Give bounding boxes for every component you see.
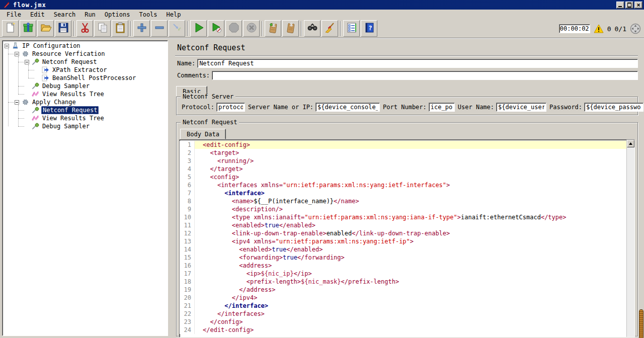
tree-item-beanshell-postprocessor[interactable]: BeanShell PostProcessor (3, 74, 168, 82)
paste-icon (114, 22, 126, 35)
toolbar-toggle-button[interactable] (169, 20, 185, 37)
sampler-icon (32, 82, 39, 90)
toolbar-function-helper-button[interactable] (343, 20, 360, 37)
toolbar-save-button[interactable] (55, 20, 71, 37)
collapse-toggle-icon[interactable] (5, 44, 9, 48)
tree-item-ip-configuration[interactable]: IP Configuration (3, 42, 168, 50)
tree-item-apply-change[interactable]: Apply Change (3, 98, 168, 106)
toolbar-search-button[interactable] (304, 20, 320, 37)
warning-icon[interactable] (594, 24, 604, 33)
cut-icon (79, 22, 91, 35)
line-number: 8 (180, 197, 195, 205)
tree-item-xpath-extractor[interactable]: XPath Extractor (3, 66, 168, 74)
toolbar-copy-button[interactable] (94, 20, 111, 37)
code-line: 1<edit-config> (180, 141, 626, 149)
port-number-input[interactable] (429, 103, 455, 112)
menu-tools[interactable]: Tools (134, 11, 162, 19)
open-template-icon (22, 22, 34, 35)
toolbar-start-button[interactable] (190, 20, 207, 37)
code-line: 8 <name>${__P(interface_name)}</name> (180, 197, 626, 205)
editor-scrollbar[interactable] (626, 140, 634, 337)
menu-options[interactable]: Options (100, 11, 135, 19)
status-cluster: 00:00:02 0 0/1 (559, 19, 641, 38)
toolbar-add-button[interactable] (133, 20, 150, 37)
tree-item-label: Debug Sampler (41, 123, 91, 130)
toolbar-clear-button[interactable] (265, 20, 281, 37)
code-line: 23 </config> (180, 318, 626, 326)
protocol-input[interactable] (216, 103, 245, 112)
line-number: 14 (180, 245, 195, 254)
scroll-up-button[interactable] (627, 140, 634, 147)
server-name-or-ip-input[interactable] (315, 103, 380, 112)
tree-item-debug-sampler[interactable]: Debug Sampler (3, 82, 168, 90)
toolbar-separator (187, 21, 188, 36)
toolbar-start-no-timers-button[interactable] (208, 20, 224, 37)
code-line: 20 </ipv4> (180, 294, 626, 302)
splitpane-divider[interactable] (168, 38, 175, 338)
password-input[interactable] (584, 103, 643, 112)
collapse-toggle-icon[interactable] (15, 52, 19, 56)
close-button[interactable]: × (634, 2, 642, 9)
tab-body-data[interactable]: Body Data (180, 129, 226, 139)
line-number: 20 (180, 294, 195, 302)
name-input[interactable] (197, 59, 638, 68)
toolbar-buttons: ? (2, 20, 378, 37)
line-number: 9 (180, 205, 195, 213)
toolbar-new-file-button[interactable] (2, 20, 19, 37)
test-plan-tree-panel: IP ConfigurationResource VerficationNetc… (2, 40, 168, 336)
chart-icon (32, 115, 39, 122)
toolbar-stop-button[interactable] (225, 20, 242, 37)
netconf-server-group-title: Netconf Server (181, 93, 235, 100)
menu-file[interactable]: File (2, 11, 26, 19)
arrow-icon (42, 66, 49, 73)
toolbar-remove-button[interactable] (151, 20, 168, 37)
code-line: 10 <type xmlns:ianaift="urn:ietf:params:… (180, 213, 626, 221)
line-number: 12 (180, 229, 195, 237)
toolbar-search-reset-button[interactable] (321, 20, 338, 37)
line-number: 5 (180, 173, 195, 181)
menu-help[interactable]: Help (162, 11, 186, 19)
toolbar-paste-button[interactable] (112, 20, 128, 37)
comments-input[interactable] (212, 71, 638, 80)
toolbar-open-template-button[interactable] (20, 20, 36, 37)
tree-item-view-results-tree[interactable]: View Results Tree (3, 114, 168, 122)
line-number: 2 (180, 149, 195, 157)
menu-run[interactable]: Run (80, 11, 100, 19)
tree-item-view-results-tree[interactable]: View Results Tree (3, 90, 168, 98)
tree-item-label: Resource Verfication (31, 50, 106, 57)
toolbar-cut-button[interactable] (76, 20, 93, 37)
tree-item-debug-sampler[interactable]: Debug Sampler (3, 122, 168, 130)
tree-item-netconf-request[interactable]: Netconf Request (3, 106, 168, 114)
toolbar: ? 00:00:02 0 0/1 (0, 19, 644, 38)
collapse-toggle-icon[interactable] (25, 60, 29, 64)
body-data-editor[interactable]: 1<edit-config>2 <target>3 <running/>4 </… (179, 139, 635, 337)
main-panel: Netconf Request Name: Comments: Basic Ne… (175, 42, 638, 338)
line-number: 1 (180, 141, 195, 149)
minimize-button[interactable] (616, 2, 624, 9)
user-name-input[interactable] (496, 103, 546, 112)
menu-edit[interactable]: Edit (26, 11, 49, 19)
menu-search[interactable]: Search (49, 11, 80, 19)
tree-item-resource-verfication[interactable]: Resource Verfication (3, 50, 168, 58)
netconf-request-group: Netconf Request Body Data 1<edit-config>… (176, 122, 638, 336)
netconf-request-group-title: Netconf Request (181, 119, 239, 126)
code-line: 5 <config> (180, 173, 626, 181)
restore-button[interactable] (625, 2, 633, 9)
line-number: 19 (180, 286, 195, 294)
stop-icon (228, 22, 240, 35)
tree-item-netconf-request[interactable]: Netconf Request (3, 58, 168, 66)
line-number: 4 (180, 165, 195, 173)
minimize-icon (618, 6, 622, 7)
copy-icon (97, 22, 109, 35)
code-line: 14 <enabled>true</enabled> (180, 245, 626, 254)
toolbar-separator (340, 21, 341, 36)
line-number: 16 (180, 262, 195, 270)
toolbar-clear-all-button[interactable] (282, 20, 299, 37)
netconf-server-fields: Protocol:Server Name or IP:Port Number:U… (179, 103, 635, 112)
window-scrollbar-thumb[interactable] (639, 309, 643, 338)
code-line: 3 <running/> (180, 157, 626, 165)
toolbar-open-file-button[interactable] (37, 20, 54, 37)
toolbar-shutdown-button[interactable] (243, 20, 260, 37)
collapse-toggle-icon[interactable] (15, 100, 19, 105)
toolbar-help-button[interactable]: ? (361, 20, 377, 37)
